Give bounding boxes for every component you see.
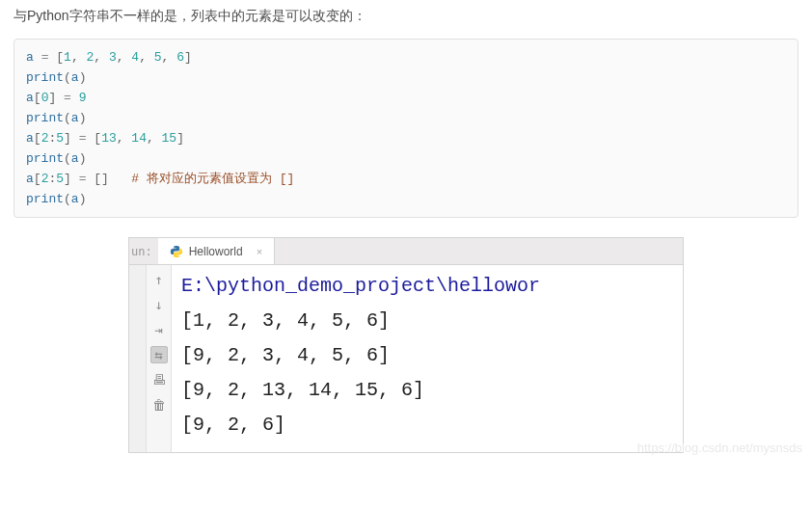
tool-gutter: ↑ ↓ ⇥ ⇆ 🖶 🗑 (147, 265, 172, 452)
output-line: [9, 2, 3, 4, 5, 6] (181, 338, 673, 373)
code-comment: # 将对应的元素值设置为 [] (131, 172, 294, 186)
code-token: a (26, 50, 34, 65)
trash-icon[interactable]: 🗑 (150, 396, 168, 414)
tab-label: Helloworld (189, 245, 243, 258)
intro-text: 与Python字符串不一样的是，列表中的元素是可以改变的： (14, 8, 798, 25)
ide-panel: un: Helloworld × ↑ ↓ ⇥ ⇆ 🖶 🗑 (128, 237, 684, 453)
console-output: E:\python_demo_project\hellowor [1, 2, 3… (172, 265, 683, 452)
arrow-up-icon[interactable]: ↑ (150, 271, 168, 288)
code-block: a = [1, 2, 3, 4, 5, 6] print(a) a[0] = 9… (14, 39, 798, 218)
output-line: [1, 2, 3, 4, 5, 6] (181, 304, 673, 338)
print-icon[interactable]: 🖶 (150, 371, 168, 388)
run-label: un: (129, 245, 158, 258)
gutter-left (129, 265, 147, 452)
python-icon (170, 245, 183, 258)
console-path: E:\python_demo_project\hellowor (181, 269, 673, 304)
close-icon[interactable]: × (249, 246, 262, 257)
output-line: [9, 2, 6] (181, 408, 673, 442)
ide-header: un: Helloworld × (129, 238, 683, 265)
soft-wrap-icon[interactable]: ⇆ (150, 346, 168, 363)
wrap-icon[interactable]: ⇥ (150, 321, 168, 338)
output-line: [9, 2, 13, 14, 15, 6] (181, 373, 673, 408)
tab-helloworld[interactable]: Helloworld × (158, 238, 275, 264)
arrow-down-icon[interactable]: ↓ (150, 296, 168, 313)
